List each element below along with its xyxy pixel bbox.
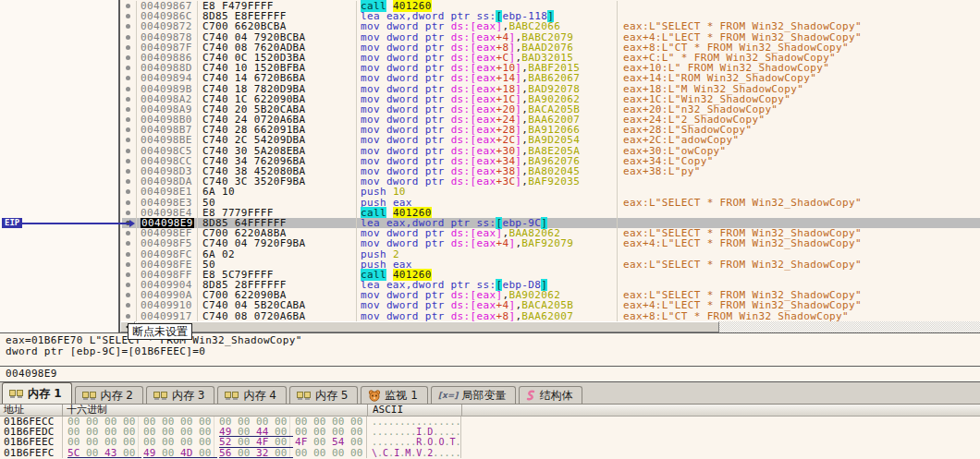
- breakpoint-cell[interactable]: [122, 94, 137, 104]
- instruction-address[interactable]: 0040989B: [137, 84, 198, 94]
- breakpoint-cell[interactable]: [122, 135, 137, 145]
- instruction-comment: eax+8:L"CT * FROM Win32_ShadowCopy": [618, 311, 980, 321]
- eip-arrow-icon: [129, 220, 135, 227]
- hex-byte: 00: [350, 448, 369, 458]
- memory-icon: [153, 391, 168, 401]
- scrollbar-thumb[interactable]: [137, 321, 719, 332]
- disasm-row[interactable]: 00409917C740 08 0720A6BAmov dword ptr ds…: [122, 311, 980, 321]
- hex-byte: 00: [180, 437, 199, 447]
- breakpoint-cell[interactable]: [122, 280, 137, 290]
- instruction-address[interactable]: 004098F5: [137, 238, 198, 248]
- tab-label: 结构体: [539, 390, 572, 401]
- breakpoint-cell[interactable]: [122, 228, 137, 238]
- hex-group[interactable]: 00000000: [139, 437, 214, 447]
- tab-label: 内存 4: [243, 390, 276, 401]
- breakpoint-cell[interactable]: [122, 125, 137, 135]
- breakpoint-dot-icon: [126, 179, 130, 184]
- instruction-token: [eax: [471, 175, 496, 187]
- hex-byte: 4F: [295, 437, 313, 447]
- breakpoint-cell[interactable]: [122, 84, 137, 94]
- instruction-bytes: 6A 02: [198, 249, 357, 260]
- memory-address[interactable]: 01B6FEFC: [0, 448, 63, 458]
- hex-byte: 00: [104, 437, 123, 447]
- hex-group[interactable]: 56003200: [214, 448, 290, 458]
- instruction-address[interactable]: 004098FC: [137, 249, 198, 260]
- breakpoint-cell[interactable]: [122, 208, 137, 218]
- tab-监视-1[interactable]: 监视 1: [361, 386, 427, 404]
- breakpoint-cell[interactable]: [122, 260, 137, 270]
- memory-header-hex[interactable]: 十六进制: [63, 405, 368, 416]
- hex-group[interactable]: 49004D00: [139, 448, 214, 458]
- breakpoint-cell[interactable]: [122, 156, 137, 166]
- hex-byte: 00: [143, 437, 162, 447]
- breakpoint-cell[interactable]: [122, 176, 137, 187]
- breakpoint-cell[interactable]: [122, 104, 137, 115]
- breakpoint-cell[interactable]: [122, 73, 137, 83]
- tab-内存-4[interactable]: 内存 4: [217, 386, 286, 404]
- disasm-row[interactable]: 004098FC6A 02push 2: [122, 249, 980, 260]
- hex-byte: 49: [219, 427, 238, 436]
- disasm-row[interactable]: 004098DAC740 3C 3520F9BAmov dword ptr ds…: [122, 176, 980, 187]
- breakpoint-cell[interactable]: [122, 21, 137, 31]
- tab-结构体[interactable]: 结构体: [519, 386, 582, 404]
- breakpoint-cell[interactable]: [122, 42, 137, 53]
- instruction-address[interactable]: 00409917: [137, 311, 198, 321]
- hex-byte: 5C: [67, 448, 86, 457]
- memory-row[interactable]: 01B6FEFC5C00430049004D005600320000000000…: [0, 448, 980, 458]
- breakpoint-dot-icon: [126, 24, 130, 29]
- ascii-text: ........R.O.O.T.: [367, 437, 461, 447]
- breakpoint-cell[interactable]: [122, 53, 137, 63]
- breakpoint-cell[interactable]: [122, 146, 137, 156]
- memory-header-address[interactable]: 地址: [0, 405, 63, 416]
- breakpoint-cell[interactable]: [122, 32, 137, 42]
- tab-内存-1[interactable]: 内存 1: [2, 382, 72, 404]
- instruction-address[interactable]: 004098E1: [137, 187, 198, 197]
- hex-group[interactable]: 5C004300: [63, 448, 139, 458]
- instruction-address[interactable]: 004098BE: [137, 135, 198, 145]
- breakpoint-cell[interactable]: [122, 166, 137, 176]
- bottom-tab-bar: 内存 1内存 2内存 3内存 4内存 5监视 1[x=]局部变量结构体: [0, 382, 980, 405]
- breakpoint-cell[interactable]: [122, 1, 137, 11]
- breakpoint-cell[interactable]: [122, 300, 137, 310]
- tab-内存-5[interactable]: 内存 5: [289, 386, 358, 404]
- instruction-address[interactable]: 00409872: [137, 21, 198, 31]
- disassembly-pane: 00409867E8 F479FFFFcall 4012600040986C8D…: [0, 0, 980, 321]
- tab-局部变量[interactable]: [x=]局部变量: [431, 386, 517, 404]
- instruction-comment: eax+18:L"M Win32_ShadowCopy": [618, 84, 980, 94]
- hex-group[interactable]: 00000000: [63, 437, 139, 447]
- instruction-address[interactable]: 00409894: [137, 73, 198, 83]
- memory-header-ascii[interactable]: ASCII: [368, 405, 462, 416]
- hex-group[interactable]: 00000000: [290, 448, 367, 458]
- disasm-row[interactable]: 004098F5C740 04 7920F9BAmov dword ptr ds…: [122, 238, 980, 248]
- tab-内存-2[interactable]: 内存 2: [75, 386, 143, 404]
- breakpoint-cell[interactable]: [122, 115, 137, 125]
- breakpoint-cell[interactable]: [122, 11, 137, 21]
- instruction-address[interactable]: 00409910: [137, 300, 198, 310]
- ascii-char: .: [455, 417, 460, 427]
- hex-group[interactable]: 52004F00: [214, 437, 290, 447]
- disasm-row[interactable]: 004098E16A 10push 10: [122, 187, 980, 197]
- instruction-bytes: C740 18 7820D9BA: [198, 84, 357, 94]
- instruction-token: BAF92079: [521, 237, 573, 249]
- instruction-token: BAF92035: [528, 175, 580, 187]
- memory-address[interactable]: 01B6FEEC: [0, 437, 63, 447]
- tab-内存-3[interactable]: 内存 3: [146, 386, 214, 404]
- breakpoint-cell[interactable]: [122, 63, 137, 73]
- hex-group[interactable]: 4F005400: [290, 437, 367, 447]
- instruction-bytes: C700 6620BCBA: [198, 21, 357, 31]
- breakpoint-cell[interactable]: [122, 249, 137, 260]
- breakpoint-cell[interactable]: [122, 290, 137, 300]
- horizontal-scrollbar[interactable]: [120, 321, 980, 332]
- tab-label: 内存 5: [315, 390, 348, 401]
- breakpoint-cell[interactable]: [122, 270, 137, 280]
- breakpoint-dot-icon: [126, 55, 130, 60]
- hex-byte: 43: [104, 448, 123, 457]
- hex-group-bytes: 5C004300: [67, 448, 141, 458]
- breakpoint-dot-icon: [126, 87, 130, 91]
- breakpoint-cell[interactable]: [122, 198, 137, 208]
- memory-rows: 01B6FECC00000000000000000000000000000000…: [0, 417, 980, 458]
- breakpoint-cell[interactable]: [122, 238, 137, 248]
- memory-row[interactable]: 01B6FEEC000000000000000052004F004F005400…: [0, 437, 980, 447]
- breakpoint-cell[interactable]: [122, 311, 137, 321]
- breakpoint-cell[interactable]: [122, 187, 137, 197]
